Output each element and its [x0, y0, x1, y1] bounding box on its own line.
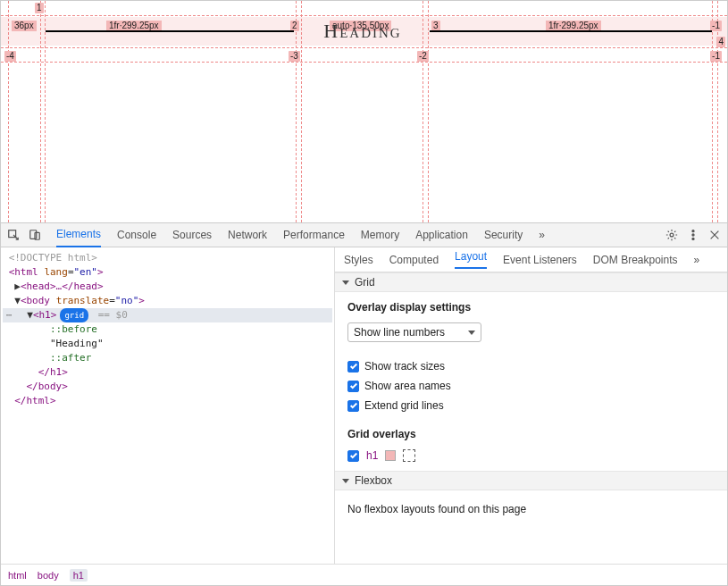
crumb-body[interactable]: body: [38, 570, 59, 581]
devtools-tabs: Elements Console Sources Network Perform…: [56, 222, 657, 247]
dom-html-close: </html>: [14, 395, 55, 406]
line-number-badge: 4: [716, 37, 725, 47]
kebab-icon[interactable]: [686, 228, 700, 242]
grid-line-vertical: [712, 1, 713, 222]
line-number-badge: -1: [710, 21, 722, 31]
svg-rect-1: [30, 230, 37, 239]
subtab-eventlisteners[interactable]: Event Listeners: [503, 254, 577, 266]
line-number-badge: -4: [4, 51, 16, 62]
checkbox-label: Extend grid lines: [364, 399, 444, 412]
grid-line-vertical: [40, 1, 41, 222]
svg-point-6: [692, 238, 694, 239]
dom-after: ::after: [50, 352, 91, 364]
dom-tree[interactable]: <!DOCTYPE html> <html lang="en"> ▶<head>…: [1, 247, 334, 564]
checkbox-icon: [347, 381, 359, 392]
dom-before: ::before: [50, 323, 97, 335]
device-toggle-icon[interactable]: [28, 228, 42, 242]
checkbox-icon: [347, 400, 359, 412]
grid-overlays-title: Grid overlays: [347, 428, 715, 440]
grid-line-vertical: [301, 1, 302, 222]
checkbox-area-names[interactable]: Show area names: [347, 380, 715, 392]
tab-elements[interactable]: Elements: [56, 222, 101, 247]
subtab-layout[interactable]: Layout: [455, 250, 487, 269]
dom-h1-close: </h1>: [38, 366, 68, 378]
svg-point-5: [692, 234, 694, 236]
grid-line-horizontal: [1, 15, 727, 16]
grid-overlay-row[interactable]: h1: [347, 449, 715, 462]
subtab-styles[interactable]: Styles: [344, 254, 373, 266]
close-icon[interactable]: [707, 228, 722, 242]
select-value: Show line numbers: [354, 326, 445, 339]
page-preview: 36px 1fr·299.25px auto·135.50px 1fr·299.…: [1, 1, 727, 222]
devtools-toolbar: Elements Console Sources Network Perform…: [1, 222, 727, 247]
page-heading: Heading: [305, 17, 421, 46]
line-number-badge: 1: [35, 3, 44, 13]
checkbox-track-sizes[interactable]: Show track sizes: [347, 360, 715, 373]
grid-line-vertical: [8, 1, 9, 222]
checkbox-icon: [347, 361, 359, 373]
grid-line-horizontal: [1, 47, 727, 48]
h1-after-rule: [430, 30, 712, 32]
checkbox-label: Show area names: [364, 380, 451, 392]
grid-badge[interactable]: grid: [60, 308, 88, 322]
checkbox-extend-lines[interactable]: Extend grid lines: [347, 399, 715, 412]
tab-network[interactable]: Network: [228, 223, 267, 247]
line-number-badge: -2: [417, 51, 429, 62]
side-tabs: Styles Computed Layout Event Listeners D…: [335, 247, 727, 272]
subtabs-overflow[interactable]: »: [694, 254, 700, 266]
checkbox-label: Show track sizes: [364, 360, 445, 373]
subtab-dombreakpoints[interactable]: DOM Breakpoints: [593, 254, 678, 266]
grid-line-horizontal: [1, 62, 727, 63]
crumb-html[interactable]: html: [8, 570, 27, 581]
grid-line-vertical: [423, 1, 423, 222]
color-swatch[interactable]: [385, 450, 396, 461]
dom-head[interactable]: <head>…</head>: [21, 280, 104, 292]
overlay-tagname: h1: [366, 449, 378, 462]
crumb-h1[interactable]: h1: [70, 569, 88, 582]
tab-application[interactable]: Application: [415, 223, 468, 247]
grid-line-vertical: [717, 1, 718, 222]
tab-security[interactable]: Security: [484, 223, 523, 247]
inspect-icon[interactable]: [6, 228, 21, 242]
svg-point-3: [670, 233, 674, 237]
grid-line-vertical: [45, 1, 46, 222]
track-size-label: 36px: [12, 21, 37, 31]
tab-console[interactable]: Console: [117, 223, 156, 247]
chevron-down-icon: [468, 331, 475, 335]
tab-performance[interactable]: Performance: [283, 223, 345, 247]
tab-memory[interactable]: Memory: [361, 223, 399, 247]
flexbox-empty-message: No flexbox layouts found on this page: [335, 490, 727, 528]
overlay-display-title: Overlay display settings: [347, 301, 715, 314]
h1-before-rule: [46, 30, 294, 32]
gear-icon[interactable]: [665, 228, 679, 242]
tabs-overflow[interactable]: »: [539, 223, 545, 247]
grid-mini-icon[interactable]: [403, 449, 415, 462]
line-number-badge: -3: [289, 51, 300, 62]
dom-body-close: </body>: [27, 381, 68, 392]
dom-text: "Heading": [50, 338, 104, 349]
section-header-grid[interactable]: Grid: [335, 272, 727, 292]
checkbox-icon: [347, 450, 359, 462]
svg-point-4: [692, 230, 694, 232]
line-numbers-select[interactable]: Show line numbers: [347, 322, 481, 342]
breadcrumb: html body h1: [1, 564, 727, 585]
subtab-computed[interactable]: Computed: [389, 254, 439, 266]
grid-line-vertical: [296, 1, 297, 222]
section-header-flexbox[interactable]: Flexbox: [335, 471, 727, 490]
dom-selected-h1[interactable]: ⋯ ▼<h1>grid == $0: [3, 308, 332, 322]
dom-doctype: <!DOCTYPE html>: [9, 252, 97, 264]
line-number-badge: -1: [710, 51, 722, 62]
tab-sources[interactable]: Sources: [172, 223, 212, 247]
grid-line-vertical: [428, 1, 429, 222]
